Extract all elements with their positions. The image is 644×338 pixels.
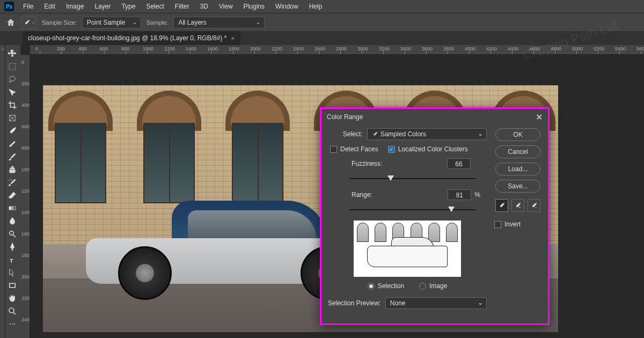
eraser-tool[interactable]	[5, 189, 19, 202]
ok-button[interactable]: OK	[495, 128, 540, 141]
dialog-title: Color Range	[327, 113, 363, 121]
menu-3d[interactable]: 3D	[195, 1, 213, 12]
selection-radio[interactable]	[368, 283, 375, 290]
svg-rect-0	[9, 63, 16, 70]
selection-preview-image[interactable]	[354, 221, 461, 277]
home-icon[interactable]	[5, 17, 16, 28]
history-brush-tool[interactable]	[5, 176, 19, 189]
sample-label: Sample:	[147, 19, 168, 26]
invert-label: Invert	[504, 221, 521, 228]
clone-stamp-tool[interactable]	[5, 163, 19, 176]
menu-file[interactable]: File	[18, 1, 38, 12]
pen-tool[interactable]	[5, 240, 19, 253]
type-tool[interactable]: T	[5, 253, 19, 266]
menu-layer[interactable]: Layer	[90, 1, 115, 12]
load-button[interactable]: Load...	[495, 163, 540, 175]
svg-point-5	[10, 231, 14, 236]
sample-size-dropdown[interactable]: Point Sample	[82, 17, 141, 28]
gradient-tool[interactable]	[5, 202, 19, 215]
tab-title: closeup-shot-grey-car-front-building.jpg…	[28, 34, 226, 42]
brush-tool[interactable]	[5, 150, 19, 163]
svg-rect-7	[10, 283, 16, 288]
image-radio[interactable]	[419, 283, 426, 290]
dodge-tool[interactable]	[5, 227, 19, 240]
range-unit: %	[474, 191, 480, 199]
menu-filter[interactable]: Filter	[170, 1, 194, 12]
horizontal-ruler[interactable]: 0200400600800100012001400160018002000220…	[30, 45, 644, 55]
svg-text:T: T	[10, 258, 13, 263]
blur-tool[interactable]	[5, 215, 19, 227]
svg-rect-4	[9, 207, 16, 210]
save-button[interactable]: Save...	[495, 180, 540, 193]
fuzziness-input[interactable]: 66	[447, 158, 471, 169]
app-icon: Ps	[4, 2, 14, 11]
document-tab[interactable]: closeup-shot-grey-car-front-building.jpg…	[23, 31, 240, 45]
svg-text:+: +	[518, 205, 521, 209]
eyedropper-icon[interactable]	[495, 199, 508, 212]
selection-preview-dropdown[interactable]: None	[385, 297, 487, 309]
quick-select-tool[interactable]	[5, 86, 19, 99]
invert-checkbox[interactable]	[494, 221, 501, 228]
range-label: Range:	[352, 191, 372, 199]
range-slider[interactable]	[349, 205, 476, 214]
eyedropper-tool[interactable]	[5, 124, 19, 137]
hand-tool[interactable]	[5, 292, 19, 305]
menubar: Ps File Edit Image Layer Type Select Fil…	[0, 0, 644, 13]
sample-dropdown[interactable]: All Layers	[173, 17, 265, 28]
localized-clusters-checkbox[interactable]: ✓	[388, 146, 395, 153]
svg-point-8	[9, 308, 14, 313]
eyedropper-minus-icon[interactable]: −	[528, 199, 540, 212]
menu-plugins[interactable]: Plugins	[239, 1, 269, 12]
lasso-tool[interactable]	[5, 73, 19, 86]
crop-tool[interactable]	[5, 99, 19, 112]
detect-faces-checkbox[interactable]	[330, 146, 337, 153]
svg-text:−: −	[535, 205, 537, 209]
healing-brush-tool[interactable]	[5, 137, 19, 150]
menu-edit[interactable]: Edit	[39, 1, 60, 12]
fuzziness-slider[interactable]	[349, 174, 476, 183]
path-select-tool[interactable]	[5, 266, 19, 279]
tool-preset-eyedropper[interactable]: ⌄	[21, 16, 36, 29]
select-label: Select:	[343, 130, 363, 138]
edit-toolbar[interactable]: ⋯	[5, 318, 19, 330]
menu-type[interactable]: Type	[116, 1, 140, 12]
frame-tool[interactable]	[5, 112, 19, 124]
fuzziness-label: Fuzziness:	[352, 160, 382, 167]
zoom-tool[interactable]	[5, 305, 19, 318]
range-input[interactable]: 81	[448, 189, 471, 200]
options-bar: ⌄ Sample Size: Point Sample Sample: All …	[0, 13, 644, 31]
menu-window[interactable]: Window	[270, 1, 303, 12]
dialog-close-icon[interactable]: ✕	[536, 112, 543, 122]
sample-size-label: Sample Size:	[42, 19, 77, 26]
menu-select[interactable]: Select	[141, 1, 169, 12]
color-range-dialog: Color Range ✕ Select: Sampled Colors Det…	[320, 107, 550, 325]
vertical-ruler[interactable]: 0200400600800100012001400160018002000220…	[20, 55, 30, 338]
menu-help[interactable]: Help	[304, 1, 327, 12]
eyedropper-plus-icon[interactable]: +	[511, 199, 524, 212]
tab-close-icon[interactable]: ×	[231, 34, 235, 42]
selection-radio-label: Selection	[378, 282, 404, 290]
document-tabbar: closeup-shot-grey-car-front-building.jpg…	[0, 31, 644, 45]
selection-preview-label: Selection Preview:	[328, 299, 381, 307]
toolbar: T ⋯	[5, 45, 20, 338]
image-radio-label: Image	[429, 282, 447, 290]
select-dropdown[interactable]: Sampled Colors	[367, 128, 487, 140]
menu-image[interactable]: Image	[61, 1, 89, 12]
rectangle-tool[interactable]	[5, 279, 19, 292]
menu-view[interactable]: View	[214, 1, 238, 12]
detect-faces-label: Detect Faces	[340, 145, 378, 153]
svg-point-3	[10, 145, 11, 146]
cancel-button[interactable]: Cancel	[495, 145, 540, 158]
panel-expand-icon[interactable]: »	[0, 45, 5, 338]
marquee-tool[interactable]	[5, 60, 19, 73]
localized-clusters-label: Localized Color Clusters	[398, 145, 468, 153]
move-tool[interactable]	[5, 47, 19, 60]
